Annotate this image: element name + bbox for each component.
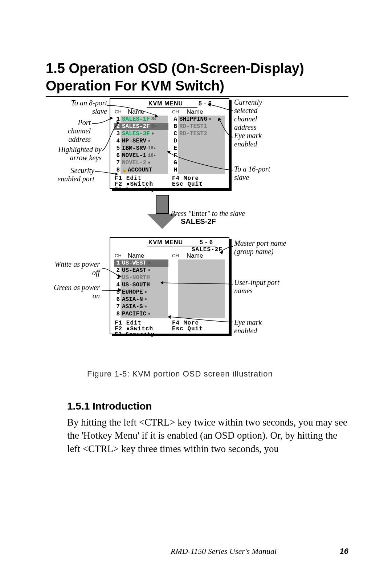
osd2-title: KVM MENU: [148, 239, 183, 246]
callout-8port: To an 8-port slave: [56, 99, 107, 116]
port-name: NOVEL-2: [122, 159, 146, 166]
osd1-ch-l: CH: [115, 109, 122, 114]
callout-eye1: Eye mark enabled: [234, 132, 270, 148]
osd1-left-col: 1SALES-1F8▸2SALES-2F8▸3SALES-3F●4HP-SERV…: [114, 116, 168, 174]
port-name: RD-TEST2: [179, 130, 207, 137]
port-name: SALES-1F: [122, 116, 150, 123]
port-name: ASIA-S: [122, 303, 143, 310]
port-ch: 3: [114, 274, 120, 281]
port-row: 1US-WEST●: [114, 259, 168, 267]
port-mark-icon: ●: [144, 289, 147, 296]
port-mark-icon: ●: [209, 116, 212, 123]
osd1-right-col: ASHIPPING●BRD-TEST1CRD-TEST2DEFGH: [171, 116, 226, 174]
port-row: CRD-TEST2: [171, 130, 226, 137]
port-mark-icon: ●: [144, 296, 147, 303]
port-ch: 4: [114, 281, 120, 289]
port-ch: A: [171, 116, 177, 123]
port-ch: B: [171, 123, 177, 130]
port-mark-icon: ●: [148, 259, 151, 267]
port-ch: 4: [114, 137, 120, 145]
callout-curr-addr: Currently selected channel address: [234, 98, 278, 132]
osd2-bg-r: [178, 259, 225, 318]
port-row: 1SALES-1F8▸: [114, 116, 168, 123]
osd1-title-underline: [147, 107, 197, 108]
port-row: G: [171, 159, 226, 166]
port-mark-icon: ●: [148, 159, 151, 166]
callout-userinput: User-input port names: [234, 278, 289, 295]
port-name: ACCOUNT: [128, 166, 152, 174]
press-3: " to the slave: [207, 209, 245, 217]
osd1-ch-r: CH: [172, 109, 179, 114]
section-title: 1.5 Operation OSD (On-Screen-Display) Op…: [46, 60, 348, 94]
figure-caption: Figure 1-5: KVM portion OSD screen illus…: [87, 369, 273, 379]
footer-page: 16: [340, 547, 348, 556]
port-name: SALES-2F: [122, 123, 150, 130]
osd1-esc: Esc Quit: [172, 181, 203, 188]
port-name: US-EAST: [122, 267, 146, 274]
callout-highlight: Highlighted by arrow keys: [47, 145, 102, 162]
port-ch: 2: [114, 267, 120, 274]
port-row: 8PACIFIC●: [114, 310, 168, 318]
port-ch: 7: [114, 303, 120, 310]
port-row: 7ASIA-S●: [114, 303, 168, 310]
osd1: KVM MENU 5 - 6 CH Name CH Name 1SALES-1F…: [110, 98, 229, 189]
osd2-esc: Esc Quit: [172, 326, 203, 332]
port-row: 4US-SOUTH: [114, 281, 168, 289]
callout-16port: To a 16-port slave: [234, 165, 285, 182]
port-name: PACIFIC: [122, 310, 146, 318]
lock-icon: 🔒: [122, 166, 127, 174]
press-enter-note: Press "Enter" to the slave: [171, 209, 245, 218]
port-ch: F: [171, 152, 177, 159]
press-target: SALES-2F: [181, 217, 216, 226]
port-name: IBM-SRV: [122, 145, 146, 152]
port-mark-icon: 16▸: [148, 152, 156, 159]
osd1-title: KVM MENU: [148, 100, 183, 107]
port-mark-icon: ●: [148, 310, 151, 318]
port-mark-icon: 8▸: [151, 123, 157, 130]
port-row: 2SALES-2F8▸: [114, 123, 168, 130]
port-ch: 5: [114, 145, 120, 152]
osd2-ch-r: CH: [172, 253, 179, 258]
port-ch: H: [171, 166, 177, 174]
callout-port-addr: Port channel address: [54, 118, 91, 144]
callout-eye2: Eye mark enabled: [234, 318, 278, 335]
port-ch: E: [171, 145, 177, 152]
port-mark-icon: 16▸: [148, 145, 156, 152]
section-rule: [46, 96, 348, 97]
subsection-title: 1.5.1 Introduction: [67, 400, 152, 412]
osd2-chaddr: 5 - 6: [200, 239, 213, 246]
press-1: Press ": [171, 209, 191, 217]
port-ch: G: [171, 159, 177, 166]
port-row: 5EUROPE●: [114, 289, 168, 296]
osd1-name-l: Name: [128, 108, 144, 116]
osd2-name-r: Name: [187, 252, 203, 259]
port-name: ASIA-N: [122, 296, 143, 303]
port-ch: 3: [114, 130, 120, 137]
port-name: HP-SERV: [122, 137, 146, 145]
intro-body: By hitting the left <CTRL> key twice wit…: [67, 416, 348, 455]
port-mark-icon: ●: [151, 130, 154, 137]
callout-white: White as power off: [49, 260, 100, 277]
port-row: 2US-EAST●: [114, 267, 168, 274]
port-row: 8🔒ACCOUNT: [114, 166, 168, 174]
port-ch: D: [171, 137, 177, 145]
port-ch: 2: [114, 123, 120, 130]
port-row: 6NOVEL-116▸: [114, 152, 168, 159]
port-row: F: [171, 152, 226, 159]
osd2-f3: F3 Security: [115, 331, 155, 338]
port-mark-icon: ●: [148, 137, 151, 145]
port-ch: 1: [114, 259, 120, 267]
osd1-f3: F3 Security: [115, 187, 155, 193]
osd1-name-r: Name: [187, 108, 203, 116]
port-ch: 8: [114, 310, 120, 318]
port-ch: 6: [114, 296, 120, 303]
port-name: US-SOUTH: [122, 281, 150, 289]
port-row: BRD-TEST1: [171, 123, 226, 130]
port-row: H: [171, 166, 226, 174]
port-name: SHIPPING: [179, 116, 207, 123]
port-row: 3US-NORTH: [114, 274, 168, 281]
port-ch: 5: [114, 289, 120, 296]
callout-security: Security enabled port: [54, 166, 94, 183]
manual-page: 1.5 Operation OSD (On-Screen-Display) Op…: [0, 0, 392, 588]
port-mark-icon: 8▸: [151, 116, 157, 123]
